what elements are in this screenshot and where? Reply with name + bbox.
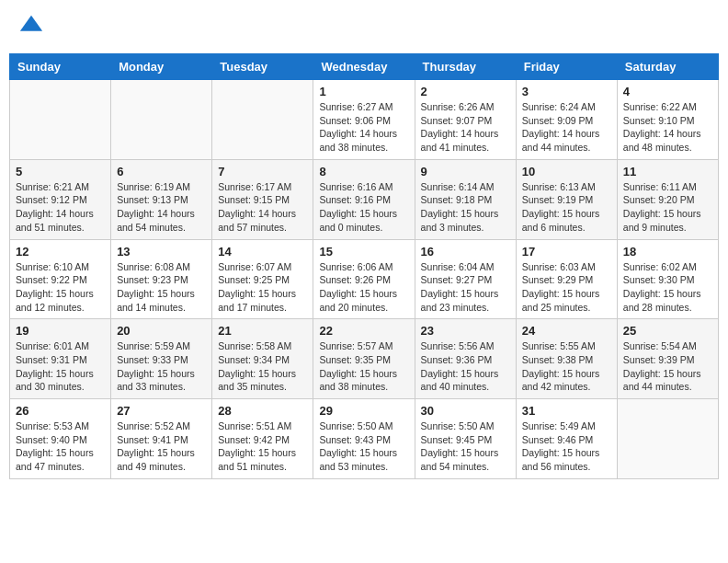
- logo-icon: [18, 14, 44, 40]
- col-friday: Friday: [516, 54, 617, 80]
- day-info: Sunrise: 6:10 AM Sunset: 9:22 PM Dayligh…: [16, 260, 105, 315]
- day-number: 30: [421, 404, 510, 418]
- day-number: 29: [319, 404, 408, 418]
- table-cell: 31Sunrise: 5:49 AM Sunset: 9:46 PM Dayli…: [516, 399, 617, 479]
- table-cell: 19Sunrise: 6:01 AM Sunset: 9:31 PM Dayli…: [10, 319, 111, 399]
- col-saturday: Saturday: [617, 54, 718, 80]
- table-cell: 11Sunrise: 6:11 AM Sunset: 9:20 PM Dayli…: [617, 159, 718, 239]
- day-number: 19: [16, 324, 105, 338]
- day-info: Sunrise: 6:26 AM Sunset: 9:07 PM Dayligh…: [421, 100, 510, 155]
- table-cell: 24Sunrise: 5:55 AM Sunset: 9:38 PM Dayli…: [516, 319, 617, 399]
- day-number: 25: [623, 324, 712, 338]
- day-number: 20: [117, 324, 206, 338]
- table-cell: 22Sunrise: 5:57 AM Sunset: 9:35 PM Dayli…: [313, 319, 415, 399]
- day-number: 14: [218, 245, 307, 259]
- day-number: 28: [218, 404, 307, 418]
- day-number: 7: [218, 165, 307, 178]
- col-sunday: Sunday: [10, 54, 111, 80]
- table-cell: 14Sunrise: 6:07 AM Sunset: 9:25 PM Dayli…: [212, 239, 313, 319]
- day-info: Sunrise: 6:19 AM Sunset: 9:13 PM Dayligh…: [117, 180, 206, 235]
- day-info: Sunrise: 6:07 AM Sunset: 9:25 PM Dayligh…: [218, 260, 307, 315]
- day-number: 11: [623, 165, 712, 178]
- table-cell: 23Sunrise: 5:56 AM Sunset: 9:36 PM Dayli…: [415, 319, 516, 399]
- table-cell: 26Sunrise: 5:53 AM Sunset: 9:40 PM Dayli…: [10, 399, 111, 479]
- day-info: Sunrise: 6:01 AM Sunset: 9:31 PM Dayligh…: [16, 339, 105, 394]
- day-info: Sunrise: 5:55 AM Sunset: 9:38 PM Dayligh…: [522, 339, 611, 394]
- day-info: Sunrise: 5:56 AM Sunset: 9:36 PM Dayligh…: [421, 339, 510, 394]
- day-number: 21: [218, 324, 307, 338]
- table-cell: 8Sunrise: 6:16 AM Sunset: 9:16 PM Daylig…: [313, 159, 415, 239]
- page-header: [9, 9, 719, 44]
- table-cell: 21Sunrise: 5:58 AM Sunset: 9:34 PM Dayli…: [212, 319, 313, 399]
- day-info: Sunrise: 5:59 AM Sunset: 9:33 PM Dayligh…: [117, 339, 206, 394]
- day-number: 12: [16, 245, 105, 259]
- table-cell: 6Sunrise: 6:19 AM Sunset: 9:13 PM Daylig…: [111, 159, 212, 239]
- day-info: Sunrise: 6:06 AM Sunset: 9:26 PM Dayligh…: [319, 260, 408, 315]
- day-info: Sunrise: 5:52 AM Sunset: 9:41 PM Dayligh…: [117, 419, 206, 474]
- table-cell: 13Sunrise: 6:08 AM Sunset: 9:23 PM Dayli…: [111, 239, 212, 319]
- day-number: 4: [623, 85, 712, 98]
- table-cell: 28Sunrise: 5:51 AM Sunset: 9:42 PM Dayli…: [212, 399, 313, 479]
- table-cell: 1Sunrise: 6:27 AM Sunset: 9:06 PM Daylig…: [313, 80, 415, 160]
- table-cell: 10Sunrise: 6:13 AM Sunset: 9:19 PM Dayli…: [516, 159, 617, 239]
- day-number: 26: [16, 404, 105, 418]
- calendar-week-row: 26Sunrise: 5:53 AM Sunset: 9:40 PM Dayli…: [10, 399, 719, 479]
- table-cell: [111, 80, 212, 160]
- table-cell: 5Sunrise: 6:21 AM Sunset: 9:12 PM Daylig…: [10, 159, 111, 239]
- table-cell: 18Sunrise: 6:02 AM Sunset: 9:30 PM Dayli…: [617, 239, 718, 319]
- day-number: 23: [421, 324, 510, 338]
- day-info: Sunrise: 6:27 AM Sunset: 9:06 PM Dayligh…: [319, 100, 408, 155]
- calendar-week-row: 19Sunrise: 6:01 AM Sunset: 9:31 PM Dayli…: [10, 319, 719, 399]
- table-cell: 30Sunrise: 5:50 AM Sunset: 9:45 PM Dayli…: [415, 399, 516, 479]
- day-number: 31: [522, 404, 611, 418]
- logo: [18, 14, 50, 40]
- col-wednesday: Wednesday: [313, 54, 415, 80]
- day-number: 18: [623, 245, 712, 259]
- calendar-week-row: 12Sunrise: 6:10 AM Sunset: 9:22 PM Dayli…: [10, 239, 719, 319]
- day-info: Sunrise: 6:21 AM Sunset: 9:12 PM Dayligh…: [16, 180, 105, 235]
- day-number: 9: [421, 165, 510, 178]
- day-number: 16: [421, 245, 510, 259]
- day-info: Sunrise: 6:14 AM Sunset: 9:18 PM Dayligh…: [421, 180, 510, 235]
- day-number: 8: [319, 165, 408, 178]
- calendar-week-row: 5Sunrise: 6:21 AM Sunset: 9:12 PM Daylig…: [10, 159, 719, 239]
- day-info: Sunrise: 6:24 AM Sunset: 9:09 PM Dayligh…: [522, 100, 611, 155]
- day-info: Sunrise: 5:49 AM Sunset: 9:46 PM Dayligh…: [522, 419, 611, 474]
- day-info: Sunrise: 6:02 AM Sunset: 9:30 PM Dayligh…: [623, 260, 712, 315]
- table-cell: [212, 80, 313, 160]
- day-info: Sunrise: 5:51 AM Sunset: 9:42 PM Dayligh…: [218, 419, 307, 474]
- day-number: 1: [319, 85, 408, 98]
- day-info: Sunrise: 6:17 AM Sunset: 9:15 PM Dayligh…: [218, 180, 307, 235]
- table-cell: 15Sunrise: 6:06 AM Sunset: 9:26 PM Dayli…: [313, 239, 415, 319]
- table-cell: 3Sunrise: 6:24 AM Sunset: 9:09 PM Daylig…: [516, 80, 617, 160]
- day-info: Sunrise: 6:22 AM Sunset: 9:10 PM Dayligh…: [623, 100, 712, 155]
- table-cell: 4Sunrise: 6:22 AM Sunset: 9:10 PM Daylig…: [617, 80, 718, 160]
- day-info: Sunrise: 6:11 AM Sunset: 9:20 PM Dayligh…: [623, 180, 712, 235]
- day-number: 10: [522, 165, 611, 178]
- day-info: Sunrise: 5:50 AM Sunset: 9:45 PM Dayligh…: [421, 419, 510, 474]
- day-number: 15: [319, 245, 408, 259]
- day-info: Sunrise: 5:54 AM Sunset: 9:39 PM Dayligh…: [623, 339, 712, 394]
- table-cell: [10, 80, 111, 160]
- table-cell: 16Sunrise: 6:04 AM Sunset: 9:27 PM Dayli…: [415, 239, 516, 319]
- svg-marker-0: [20, 16, 42, 31]
- table-cell: 9Sunrise: 6:14 AM Sunset: 9:18 PM Daylig…: [415, 159, 516, 239]
- table-cell: 27Sunrise: 5:52 AM Sunset: 9:41 PM Dayli…: [111, 399, 212, 479]
- day-number: 6: [117, 165, 206, 178]
- day-info: Sunrise: 6:04 AM Sunset: 9:27 PM Dayligh…: [421, 260, 510, 315]
- day-number: 24: [522, 324, 611, 338]
- day-info: Sunrise: 5:53 AM Sunset: 9:40 PM Dayligh…: [16, 419, 105, 474]
- day-info: Sunrise: 6:03 AM Sunset: 9:29 PM Dayligh…: [522, 260, 611, 315]
- table-cell: 2Sunrise: 6:26 AM Sunset: 9:07 PM Daylig…: [415, 80, 516, 160]
- calendar-header-row: Sunday Monday Tuesday Wednesday Thursday…: [10, 54, 719, 80]
- day-info: Sunrise: 5:57 AM Sunset: 9:35 PM Dayligh…: [319, 339, 408, 394]
- col-monday: Monday: [111, 54, 212, 80]
- day-number: 2: [421, 85, 510, 98]
- day-info: Sunrise: 6:13 AM Sunset: 9:19 PM Dayligh…: [522, 180, 611, 235]
- day-info: Sunrise: 5:58 AM Sunset: 9:34 PM Dayligh…: [218, 339, 307, 394]
- table-cell: [617, 399, 718, 479]
- day-number: 22: [319, 324, 408, 338]
- day-info: Sunrise: 6:08 AM Sunset: 9:23 PM Dayligh…: [117, 260, 206, 315]
- calendar-table: Sunday Monday Tuesday Wednesday Thursday…: [9, 53, 719, 479]
- day-info: Sunrise: 6:16 AM Sunset: 9:16 PM Dayligh…: [319, 180, 408, 235]
